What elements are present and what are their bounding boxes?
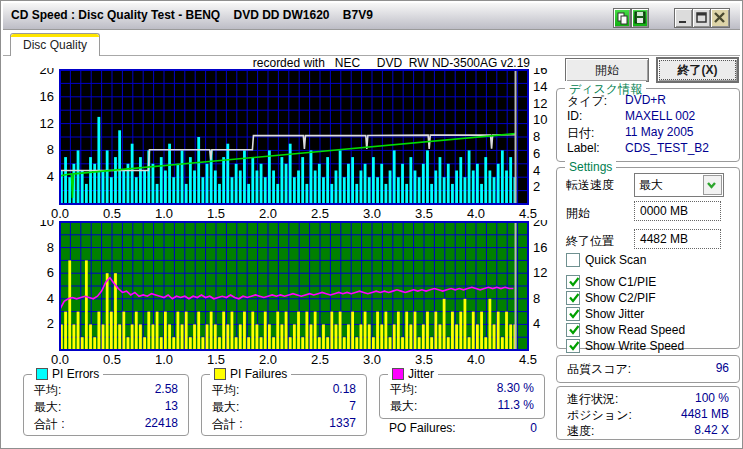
right-axis-tick: 6 (533, 146, 540, 161)
maximize-icon[interactable] (692, 8, 711, 28)
checked-checkbox-icon[interactable] (566, 323, 580, 337)
max-label: 最大: (212, 400, 239, 414)
bar-pi-failures (285, 312, 288, 350)
scan-end-input[interactable]: 4482 MB (634, 229, 721, 249)
bar-pi-errors (330, 184, 333, 204)
bar-pi-errors (322, 177, 325, 204)
bar-pi-failures (426, 312, 429, 350)
close-icon[interactable] (710, 8, 730, 28)
bar-pi-failures (422, 324, 425, 350)
copy-icon[interactable] (613, 8, 631, 28)
x-axis-tick: 4.5 (519, 206, 537, 218)
right-axis-tick: 14 (533, 79, 547, 94)
bar-pi-failures (218, 337, 221, 350)
bar-pi-failures (160, 337, 163, 350)
scan-start-input[interactable]: 0000 MB (634, 201, 721, 221)
left-axis-tick: 16 (40, 89, 54, 104)
title-bar[interactable]: CD Speed : Disc Quality Test - BENQ DVD … (3, 3, 740, 30)
disc-info-group: ディスク情報 タイプ:DVD+R ID:MAXELL 002 日付:11 May… (556, 88, 740, 162)
checkbox-show-write-speed[interactable]: Show Write Speed (566, 338, 684, 353)
bar-pi-errors (439, 157, 442, 204)
start-button[interactable]: 開始 (565, 58, 649, 82)
bar-pi-failures (68, 260, 71, 350)
bar-pi-failures (239, 324, 242, 350)
bar-pi-failures (260, 337, 263, 350)
bar-pi-errors (459, 157, 462, 204)
bar-pi-failures (418, 337, 421, 350)
bar-pi-failures (376, 312, 379, 350)
checked-checkbox-icon[interactable] (566, 307, 580, 321)
bar-pi-failures (164, 312, 167, 350)
bar-pi-failures (214, 324, 217, 350)
checkbox-label: Show C2/PIF (585, 291, 656, 305)
speed-label-row: 速度: (567, 424, 594, 438)
quality-score-value: 96 (716, 361, 729, 375)
avg-value: 0.18 (333, 382, 356, 396)
bar-pi-errors (455, 171, 458, 205)
unchecked-checkbox-icon[interactable] (566, 253, 580, 267)
checked-checkbox-icon[interactable] (566, 339, 580, 353)
bar-pi-errors (280, 157, 283, 204)
bar-pi-failures (301, 337, 304, 350)
bar-pi-errors (493, 177, 496, 204)
checkbox-show-jitter[interactable]: Show Jitter (566, 306, 644, 321)
bar-pi-errors (314, 171, 317, 205)
x-axis-tick: 1.5 (207, 206, 225, 218)
bar-pi-errors (339, 150, 342, 204)
minimize-icon[interactable] (674, 8, 693, 28)
save-icon[interactable] (631, 8, 649, 28)
bar-pi-failures (401, 337, 404, 350)
bar-pi-failures (447, 337, 450, 350)
bar-pi-errors (376, 177, 379, 204)
progress-label: 進行状況: (567, 392, 618, 406)
max-value: 11.3 % (498, 398, 534, 412)
bar-pi-failures (335, 324, 338, 350)
bar-pi-failures (247, 337, 250, 350)
checkbox-quick-scan[interactable]: Quick Scan (566, 252, 646, 267)
bar-pi-errors (409, 157, 412, 204)
bar-pi-failures (343, 337, 346, 350)
chevron-down-icon[interactable] (703, 175, 722, 195)
speed-combobox[interactable]: 最大 (634, 173, 724, 197)
bar-pi-failures (231, 312, 234, 350)
exit-button[interactable]: 終了(X) (656, 57, 739, 83)
po-failures-label: PO Failures: (389, 421, 456, 435)
speed-combobox-value: 最大 (639, 177, 663, 194)
bar-pi-failures (256, 324, 259, 350)
bar-pi-failures (497, 312, 500, 350)
x-axis-tick: 1.0 (155, 352, 173, 367)
bar-pi-failures (360, 324, 363, 350)
pi-errors-legend-label: PI Errors (52, 367, 99, 381)
bar-pi-errors (405, 184, 408, 204)
disc-type-label: タイプ: (567, 94, 607, 108)
pi-failures-legend: PI Failures (210, 367, 291, 381)
bar-pi-failures (77, 312, 80, 350)
right-axis-tick: 16 (533, 240, 547, 255)
checkbox-show-c1-pie[interactable]: Show C1/PIE (566, 274, 656, 289)
checkbox-label: Show Read Speed (585, 323, 685, 337)
left-axis-tick: 12 (40, 116, 54, 131)
x-axis-tick: 0.5 (103, 206, 121, 218)
disc-id-label: ID: (567, 109, 582, 123)
bar-pi-failures (455, 324, 458, 350)
tab-disc-quality[interactable]: Disc Quality (10, 33, 100, 56)
bar-pi-errors (272, 171, 275, 205)
po-failures-value: 0 (530, 421, 537, 435)
checkbox-show-c2-pif[interactable]: Show C2/PIF (566, 290, 656, 305)
checkbox-show-read-speed[interactable]: Show Read Speed (566, 322, 685, 337)
max-label: 最大: (34, 400, 61, 414)
bar-pi-errors (364, 164, 367, 204)
tab-label: Disc Quality (23, 38, 87, 52)
bar-pi-failures (97, 312, 100, 350)
checkbox-label: Quick Scan (585, 253, 646, 267)
avg-value: 2.58 (155, 382, 178, 396)
checked-checkbox-icon[interactable] (566, 275, 580, 289)
bar-pi-failures (389, 337, 392, 350)
bar-pi-errors (247, 184, 250, 204)
bar-pi-errors (218, 184, 221, 204)
bar-pi-errors (97, 117, 100, 204)
checked-checkbox-icon[interactable] (566, 291, 580, 305)
bar-pi-failures (488, 299, 491, 350)
bar-pi-failures (318, 337, 321, 350)
bar-pi-failures (235, 337, 238, 350)
